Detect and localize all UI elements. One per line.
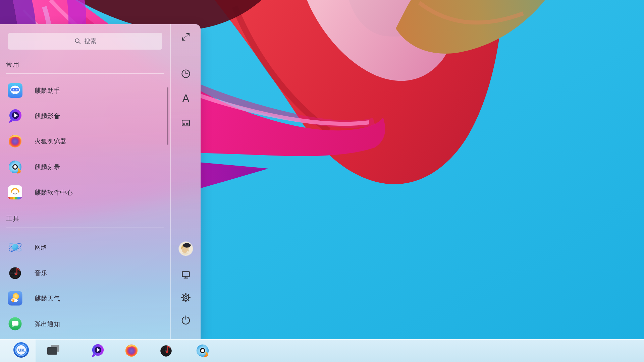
app-label: 麒麟刻录 [35, 154, 60, 180]
app-row-kylin-assistant[interactable]: 麒麟助手 [0, 78, 170, 103]
app-label: 麒麟天气 [35, 286, 60, 311]
app-row-kylin-burner[interactable]: 麒麟刻录 [0, 154, 170, 180]
start-menu-panel: 搜索 常用 麒麟助手 [0, 24, 201, 339]
letter-a-icon: A [182, 92, 189, 104]
app-label: 麒麟助手 [35, 78, 60, 103]
kylin-burner-icon [195, 343, 210, 358]
app-row-kylin-video[interactable]: 麒麟影音 [0, 103, 170, 129]
task-view-button[interactable] [46, 343, 62, 359]
taskbar-kylin-burner[interactable] [195, 343, 211, 359]
app-label: 网络 [35, 235, 47, 260]
app-row-notification[interactable]: 弹出通知 [0, 311, 170, 337]
user-avatar-image [179, 242, 193, 256]
kylin-video-icon [7, 108, 23, 124]
search-placeholder: 搜索 [85, 37, 97, 45]
start-button-label: UK [18, 348, 25, 353]
app-label: 麒麟软件中心 [35, 180, 73, 205]
section-header-frequent: 常用 [6, 59, 107, 70]
power-button[interactable] [179, 313, 193, 327]
firefox-icon [124, 343, 139, 358]
taskbar-kylin-video[interactable] [90, 343, 106, 359]
section-divider [6, 228, 164, 228]
sort-category-button[interactable] [179, 116, 193, 130]
music-icon [7, 265, 23, 281]
software-center-icon [7, 185, 23, 200]
sort-recent-button[interactable] [179, 67, 193, 80]
section-header-tools: 工具 [6, 213, 107, 224]
app-label: 弹出通知 [35, 311, 60, 337]
firefox-icon [7, 133, 23, 149]
app-row-network[interactable]: 网络 [0, 235, 170, 260]
weather-badge: 18°C [11, 299, 15, 301]
taskbar-firefox[interactable] [123, 343, 140, 359]
user-avatar[interactable] [179, 242, 193, 256]
ubuntu-kylin-logo-icon: UK [13, 342, 29, 358]
app-row-firefox[interactable]: 火狐浏览器 [0, 128, 170, 154]
search-input[interactable]: 搜索 [8, 33, 162, 50]
search-icon [74, 38, 82, 45]
app-list: 搜索 常用 麒麟助手 [0, 24, 170, 339]
notification-icon [7, 316, 23, 331]
settings-button[interactable] [179, 291, 193, 304]
app-label: 麒麟影音 [35, 103, 60, 129]
power-icon [180, 314, 192, 326]
app-row-music[interactable]: 音乐 [0, 260, 170, 286]
task-view-icon [46, 343, 62, 359]
app-label: 音乐 [35, 260, 47, 286]
start-button[interactable]: UK [13, 342, 29, 358]
clock-icon [180, 68, 192, 80]
gear-icon [180, 292, 192, 304]
kylin-video-icon [90, 343, 105, 358]
section-divider [6, 73, 164, 74]
menu-side-rail: A [170, 24, 201, 339]
fullscreen-toggle-button[interactable] [179, 30, 193, 44]
app-row-software-center[interactable]: 麒麟软件中心 [0, 180, 170, 205]
sort-alphabetical-button[interactable]: A [179, 92, 193, 105]
scrollbar[interactable] [167, 87, 168, 145]
app-row-kylin-weather[interactable]: 18°C 麒麟天气 [0, 286, 170, 311]
computer-button[interactable] [179, 268, 193, 282]
fullscreen-expand-icon [180, 31, 192, 43]
kylin-assistant-icon [7, 83, 23, 98]
taskbar: UK [0, 339, 644, 362]
taskbar-music[interactable] [158, 343, 174, 359]
kylin-weather-icon: 18°C [7, 291, 23, 306]
music-icon [159, 343, 173, 358]
app-label: 火狐浏览器 [35, 128, 66, 154]
kylin-burner-icon [7, 159, 23, 175]
category-card-icon [180, 117, 192, 129]
monitor-icon [180, 269, 192, 281]
network-icon [7, 240, 23, 255]
